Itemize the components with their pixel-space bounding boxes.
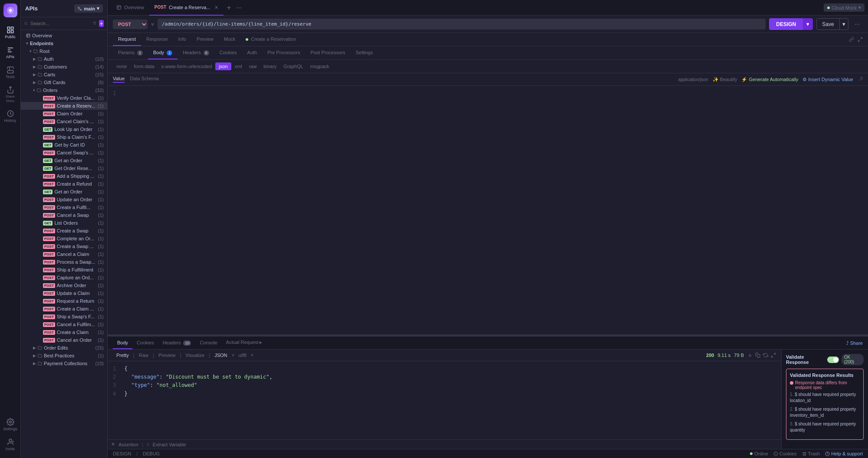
sidebar-search-input[interactable] — [30, 21, 90, 26]
body-type-none[interactable]: none — [113, 62, 130, 70]
sidebar-item-cancel-claim2[interactable]: ▶ POST Cancel a Claim (1) — [21, 250, 107, 258]
share-button[interactable]: ⤴ Share — [846, 340, 863, 346]
extract-variable-button[interactable]: Extract Variable — [153, 442, 186, 447]
add-button[interactable]: + — [99, 20, 104, 27]
body-type-form-data[interactable]: form-data — [130, 62, 158, 70]
body-type-raw[interactable]: raw — [246, 62, 260, 70]
sidebar-item-create-refund[interactable]: ▶ POST Create a Refund (1) — [21, 180, 107, 188]
fmt-json[interactable]: JSON — [211, 351, 230, 359]
design-button[interactable]: DESIGN — [113, 451, 131, 456]
sidebar-item-ship-swaps-f[interactable]: ▶ POST Ship a Swap's F... (1) — [21, 313, 107, 321]
tab-overview[interactable]: Overview — [111, 0, 149, 16]
sidebar-item-carts[interactable]: ▶ Carts (15) — [21, 71, 107, 79]
tab-params[interactable]: Params 2 — [113, 46, 148, 59]
sidebar-item-cancel-a-swap[interactable]: ▶ POST Cancel a Swap (1) — [21, 211, 107, 219]
tab-post-processors[interactable]: Post Processors — [305, 46, 350, 59]
cookies-button[interactable]: Cookies — [773, 451, 797, 456]
help-button[interactable]: Help & support — [825, 451, 863, 456]
copy-icon[interactable] — [755, 353, 760, 358]
sidebar-item-list-orders[interactable]: ▶ GET List Orders (1) — [21, 219, 107, 227]
generate-auto-button[interactable]: ⚡ Generate Automatically — [741, 77, 798, 82]
sidebar-item-create-swap2[interactable]: ▶ POST Create a Swap ... (1) — [21, 242, 107, 250]
sidebar-item-order-edits[interactable]: ▶ Order Edits (15) — [21, 344, 107, 352]
sidebar-item-get-order-rese[interactable]: ▶ GET Get Order Rese... (1) — [21, 164, 107, 172]
sidebar-item-endpoints[interactable]: ▾ Endpoints — [21, 39, 107, 47]
tab-auth[interactable]: Auth — [242, 46, 263, 59]
trash-button[interactable]: Trash — [802, 451, 820, 456]
sidebar-item-cancel-swaps[interactable]: ▶ POST Cancel Swap's ... (1) — [21, 149, 107, 157]
beautify-button[interactable]: ✨ ✨ BeautifyBeautify — [713, 77, 737, 82]
tab-preview[interactable]: Preview — [191, 33, 219, 46]
sidebar-item-capture-ord[interactable]: ▶ POST Capture an Ord... (1) — [21, 274, 107, 281]
assertion-button[interactable]: Assertion — [118, 442, 138, 447]
send-button[interactable]: DESIGN — [769, 18, 803, 30]
tab-body[interactable]: Body 1 — [148, 46, 178, 59]
sidebar-item-gift-cards[interactable]: ▶ Gift Cards (6) — [21, 79, 107, 86]
filter-icon[interactable] — [93, 21, 96, 26]
more-tabs-button[interactable]: ··· — [234, 4, 243, 12]
save-button[interactable]: Save — [816, 18, 839, 30]
fmt-utf8[interactable]: utf8 — [235, 351, 250, 359]
value-tab-schema[interactable]: Data Schema — [130, 76, 159, 83]
sidebar-item-complete-or[interactable]: ▶ POST Complete an Or... (1) — [21, 235, 107, 242]
sidebar-item-cancel-claims[interactable]: ▶ POST Cancel Claim's ... (1) — [21, 118, 107, 125]
env-badge[interactable]: Cloud Mock ▾ — [824, 3, 865, 12]
tab-create-reservation[interactable]: Create a Reservation — [240, 33, 301, 46]
body-type-graphql[interactable]: GraphQL — [280, 62, 306, 70]
sidebar-item-auth[interactable]: ▶ Auth (10) — [21, 55, 107, 63]
sidebar-item-root[interactable]: ▾ Root — [21, 47, 107, 55]
resp-tab-body[interactable]: Body — [113, 337, 132, 349]
sidebar-item-create-reserv[interactable]: ▶ POST Create a Reserv... (1) — [21, 102, 107, 110]
url-input[interactable]: /admin/orders/{id}/line-items/{line_item… — [158, 19, 766, 29]
close-tab-icon[interactable]: × — [214, 4, 218, 11]
sidebar-item-create-claim3[interactable]: ▶ POST Create a Claim (1) — [21, 328, 107, 336]
sidebar-item-orders[interactable]: ▾ Orders (32) — [21, 86, 107, 94]
sidebar-item-cancel-fulfilm[interactable]: ▶ POST Cancel a Fulfilm... (1) — [21, 321, 107, 328]
nav-apis[interactable]: APIs — [0, 43, 20, 62]
sidebar-item-look-up[interactable]: ▶ GET Look Up an Order (1) — [21, 125, 107, 133]
fmt-preview[interactable]: Preview — [155, 351, 179, 359]
app-logo[interactable] — [3, 3, 17, 17]
add-tab-button[interactable]: + — [224, 4, 234, 12]
nav-tests[interactable]: Tests — [0, 62, 20, 82]
sidebar-item-create-swap[interactable]: ▶ POST Create a Swap (1) — [21, 227, 107, 235]
body-type-urlencoded[interactable]: x-www-form-urlencoded — [158, 62, 216, 70]
sidebar-item-get-cart[interactable]: ▶ GET Get by Cart ID (1) — [21, 141, 107, 149]
expand-response-icon[interactable] — [771, 353, 776, 358]
body-type-xml[interactable]: xml — [231, 62, 246, 70]
request-body-editor[interactable]: 1 — [108, 86, 868, 334]
resp-tab-console[interactable]: Console — [195, 337, 221, 349]
sidebar-item-get-order2[interactable]: ▶ GET Get an Order (1) — [21, 188, 107, 196]
sidebar-item-ship-fulfill[interactable]: ▶ POST Ship a Fulfillment (1) — [21, 266, 107, 274]
insert-dynamic-icon[interactable] — [858, 77, 863, 82]
nav-share-docs[interactable]: Share Docs — [0, 82, 20, 106]
nav-public[interactable]: Public — [0, 23, 20, 43]
sidebar-item-add-shipping[interactable]: ▶ POST Add a Shipping ... (1) — [21, 172, 107, 180]
refresh-icon[interactable] — [763, 353, 768, 358]
body-type-msgpack[interactable]: msgpack — [307, 62, 333, 70]
fmt-visualize[interactable]: Visualize — [182, 351, 208, 359]
resp-tab-headers[interactable]: Headers 10 — [158, 337, 196, 349]
method-select[interactable]: POST GET PUT DELETE — [113, 20, 148, 29]
body-type-json[interactable]: json — [215, 62, 231, 70]
more-options-button[interactable]: ··· — [852, 20, 863, 28]
sidebar-item-update-claim[interactable]: ▶ POST Update a Claim (1) — [21, 289, 107, 297]
save-dropdown-button[interactable]: ▾ — [840, 18, 848, 30]
sidebar-item-best-practices[interactable]: ▶ Best Practices (1) — [21, 352, 107, 360]
sidebar-item-update-order[interactable]: ▶ POST Update an Order (1) — [21, 196, 107, 203]
sidebar-item-create-claim2[interactable]: ▶ POST Create a Claim ... (1) — [21, 305, 107, 313]
sidebar-item-process-swap[interactable]: ▶ POST Process a Swap... (1) — [21, 258, 107, 266]
nav-settings[interactable]: Settings — [0, 415, 20, 435]
extract-icon[interactable] — [747, 353, 753, 358]
tab-info[interactable]: Info — [173, 33, 191, 46]
tab-settings[interactable]: Settings — [350, 46, 378, 59]
fmt-raw[interactable]: Raw — [135, 351, 152, 359]
tab-pre-processors[interactable]: Pre Processors — [262, 46, 305, 59]
tab-response[interactable]: Response — [141, 33, 173, 46]
tab-cookies[interactable]: Cookies — [214, 46, 242, 59]
tab-headers[interactable]: Headers 8 — [178, 46, 214, 59]
sidebar-item-ship-claim[interactable]: ▶ POST Ship a Claim's F... (1) — [21, 133, 107, 141]
tab-create-reserv[interactable]: POST Create a Reserva... × — [149, 0, 224, 16]
sidebar-item-overview[interactable]: Overview — [21, 32, 107, 39]
nav-history[interactable]: History — [0, 106, 20, 126]
